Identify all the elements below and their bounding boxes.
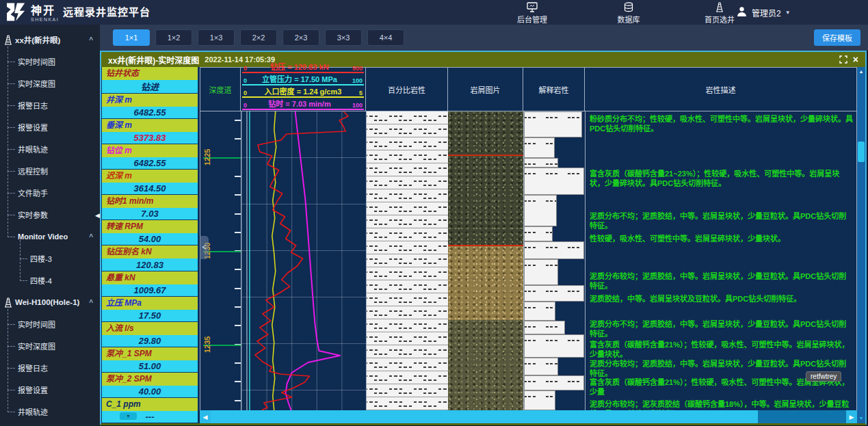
save-template-button[interactable]: 保存模板 (814, 29, 860, 46)
collapse-caret-icon[interactable]: ^ (89, 299, 93, 306)
brand-name-cn: 神开 (31, 5, 59, 16)
param-row[interactable]: C_1 ppm▼--- (101, 398, 198, 423)
user-menu[interactable]: 管理员2 ▼ (736, 0, 791, 25)
percent-lithology-row (367, 163, 448, 176)
horizontal-scroll-thumb[interactable] (211, 410, 758, 423)
layout-button-2x2[interactable]: 2×2 (240, 29, 277, 46)
param-value-text: 7.03 (141, 209, 158, 219)
sidebar-item[interactable]: 实时深度图 (0, 335, 100, 357)
depth-minor-tick (235, 269, 241, 270)
layout-button-1x1[interactable]: 1×1 (113, 29, 150, 46)
layout-button-2x3[interactable]: 2×3 (282, 29, 319, 46)
param-row[interactable]: 立压 MPa17.50 (101, 297, 198, 322)
param-value-text: 6482.55 (134, 158, 166, 168)
scroll-down-icon[interactable]: ▼ (857, 414, 865, 423)
derrick-icon (715, 2, 724, 14)
lithology-description: 泥质分布不均；泥质胶结，中等。岩屑呈块状，少量豆粒状。具PDC钻头切削特征。 (590, 320, 854, 338)
sidebar-item-label: 报警日志 (18, 100, 48, 111)
sidebar-item[interactable]: 文件助手 (0, 182, 100, 204)
param-value: 7.03 (102, 208, 198, 219)
interpreted-lithology-block (524, 137, 555, 158)
nav-home-well-select[interactable]: 首页选井 (699, 2, 740, 24)
sidebar-item-label: Monitor Video (18, 232, 68, 241)
param-row[interactable]: 泵冲_1 SPM51.00 (101, 347, 198, 373)
sidebar-item[interactable]: 报警日志 (0, 357, 100, 379)
sidebar-item[interactable]: Monitor Video^ (0, 226, 100, 248)
sidebar-tree: xx井(新井眼)^实时时间图实时深度图报警日志报警设置井眼轨迹远程控制文件助手实… (0, 25, 100, 423)
scroll-left-icon[interactable]: ◀ (200, 414, 211, 421)
sidebar-item[interactable]: 报警日志 (0, 94, 100, 116)
sidebar-item[interactable]: 实时深度图 (0, 72, 100, 94)
user-avatar-icon (736, 5, 748, 19)
percent-lithology-row (367, 124, 448, 137)
derrick-icon (4, 297, 12, 308)
app: 神开 SHENKAI 远程录井监控平台 后台管理 数据库 首页选井 (0, 0, 868, 426)
sidebar-item[interactable]: 四楼-4 (0, 269, 100, 291)
percent-lithology-row (367, 202, 448, 215)
sidebar-item[interactable]: 四楼-3 (0, 248, 100, 269)
sidebar-item-label: 报警设置 (18, 384, 48, 395)
scroll-up-icon[interactable]: ▲ (857, 67, 865, 77)
sidebar-item[interactable]: 实时参数 (0, 204, 100, 226)
vertical-scrollbar[interactable]: ▲ ▼ (857, 67, 865, 423)
sidebar-item[interactable]: 报警设置 (0, 116, 100, 138)
scrollbar-track[interactable] (758, 410, 846, 423)
nav-label: 首页选井 (705, 14, 735, 25)
curves-svg (241, 111, 366, 410)
fullscreen-icon[interactable] (839, 55, 847, 64)
sidebar-item[interactable]: 井眼轨迹 (0, 401, 100, 423)
layout-button-1x2[interactable]: 1×2 (155, 29, 192, 46)
sidebar-item[interactable]: xx井(新井眼)^ (0, 29, 100, 51)
vertical-scroll-thumb[interactable] (858, 142, 865, 162)
param-value: 钻进 (102, 80, 198, 93)
lithology-description: 富含灰质（碳酸钙含量21~23%）；性较硬，吸水性、可塑性中等。岩屑呈块状，少量… (590, 170, 854, 188)
curve-legend-text: 100 (352, 102, 363, 109)
curve-legend-text: 立管压力 = 17.50 MPa (262, 73, 337, 84)
param-row[interactable]: 井深 m6482.55 (101, 94, 198, 119)
param-value: 51.00 (102, 360, 198, 372)
nav-database[interactable]: 数据库 (612, 2, 645, 24)
param-row[interactable]: 入流 l/s29.80 (101, 322, 198, 347)
percent-lithology-row (367, 306, 448, 319)
param-value-text: 54.00 (139, 234, 161, 244)
horizontal-scrollbar[interactable]: ◀ ▶ (200, 410, 857, 423)
interpreted-lithology-block (524, 334, 584, 358)
param-row[interactable]: 钻时1 min/m7.03 (101, 195, 198, 220)
sidebar-item[interactable]: Wei-H100(Hole-1)^ (0, 291, 100, 313)
param-label: 泵冲_2 SPM (102, 373, 198, 386)
collapse-caret-icon[interactable]: ^ (89, 36, 93, 44)
percent-lithology-row (367, 371, 448, 384)
column-header: 百分比岩性 (365, 67, 448, 111)
param-value: 3614.50 (102, 183, 198, 194)
scroll-right-icon[interactable]: ▶ (846, 414, 857, 421)
close-icon[interactable]: × (853, 55, 858, 64)
param-row[interactable]: 悬重 kN1009.67 (101, 271, 198, 297)
sidebar-item[interactable]: 远程控制 (0, 160, 100, 182)
param-row[interactable]: 泵冲_2 SPM40.00 (101, 373, 198, 398)
curve-drill-time (286, 111, 341, 410)
parameter-panel: 钻井状态钻进井深 m6482.55垂深 m5373.83钻位 m6482.55迟… (101, 67, 198, 423)
sidebar-item[interactable]: 井眼轨迹 (0, 138, 100, 160)
collapse-caret-icon[interactable]: ^ (89, 233, 93, 241)
depth-minor-tick (235, 381, 241, 382)
param-dropdown-button[interactable]: ▼ (120, 412, 137, 420)
panel-collapse-handle[interactable]: < (200, 236, 209, 259)
nav-backstage-management[interactable]: 后台管理 (512, 2, 553, 24)
layout-button-4x4[interactable]: 4×4 (367, 29, 404, 46)
depth-track-label: 深度道 (209, 84, 232, 95)
param-row[interactable]: 钻位 m6482.55 (101, 144, 198, 170)
param-row[interactable]: 钻压别名 kN120.83 (101, 245, 198, 271)
sidebar-collapse-icon[interactable]: ◀ (95, 212, 100, 219)
column-header: 解释岩性 (523, 67, 585, 111)
layout-button-1x3[interactable]: 1×3 (198, 29, 235, 46)
layout-button-3x3[interactable]: 3×3 (325, 29, 362, 46)
param-row[interactable]: 转速 RPM54.00 (101, 220, 198, 245)
param-row[interactable]: 钻井状态钻进 (101, 67, 198, 94)
sidebar-item[interactable]: 报警设置 (0, 379, 100, 401)
param-row[interactable]: 迟深 m3614.50 (101, 170, 198, 195)
sidebar-item[interactable]: 实时时间图 (0, 51, 100, 72)
sidebar-item[interactable]: 实时时间图 (0, 313, 100, 335)
param-value-text: 5373.83 (134, 133, 166, 143)
param-row[interactable]: 垂深 m5373.83 (101, 119, 198, 144)
param-value: ▼--- (102, 411, 198, 423)
